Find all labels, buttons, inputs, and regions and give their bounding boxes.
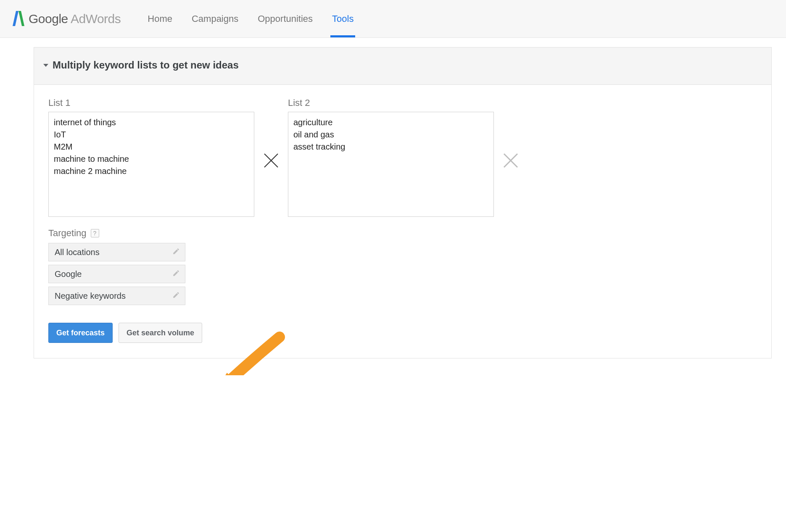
svg-marker-6 [212,373,237,375]
pencil-icon [172,269,180,279]
panel-title: Multiply keyword lists to get new ideas [53,59,239,71]
adwords-logo-icon [13,9,24,29]
brand-text: Google AdWords [29,12,121,26]
help-icon[interactable]: ? [91,229,99,237]
targeting-negative-keywords-label: Negative keywords [55,291,126,301]
multiply-keyword-panel: Multiply keyword lists to get new ideas … [34,47,772,358]
svg-marker-1 [18,11,24,26]
targeting-locations-label: All locations [55,248,100,257]
targeting-locations[interactable]: All locations [48,243,185,261]
multiply-icon [254,97,288,170]
button-row: Get forecasts Get search volume [48,323,757,343]
targeting-section: Targeting ? All locations Google [48,228,185,305]
nav-opportunities[interactable]: Opportunities [256,0,314,37]
targeting-negative-keywords[interactable]: Negative keywords [48,287,185,305]
targeting-title: Targeting [48,228,87,239]
targeting-network[interactable]: Google [48,265,185,283]
brand: Google AdWords [13,9,121,29]
remove-list-icon[interactable] [494,97,528,170]
pencil-icon [172,248,180,257]
brand-name: Google [29,12,68,26]
svg-marker-0 [13,11,18,26]
pencil-icon [172,291,180,301]
list2-label: List 2 [288,97,494,108]
list1-col: List 1 [48,97,254,219]
panel-body: List 1 List 2 [34,85,771,358]
get-search-volume-button[interactable]: Get search volume [119,323,202,343]
list1-label: List 1 [48,97,254,108]
targeting-network-label: Google [55,269,82,279]
top-nav: Google AdWords Home Campaigns Opportunit… [0,0,786,38]
nav-home[interactable]: Home [146,0,174,37]
get-forecasts-button[interactable]: Get forecasts [48,323,113,343]
targeting-title-row: Targeting ? [48,228,185,239]
list2-col: List 2 [288,97,494,219]
list1-input[interactable] [48,112,254,217]
nav-campaigns[interactable]: Campaigns [190,0,240,37]
page-wrap: Multiply keyword lists to get new ideas … [0,38,786,375]
nav-items: Home Campaigns Opportunities Tools [146,0,355,37]
lists-row: List 1 List 2 [48,97,757,219]
brand-product: AdWords [71,12,121,26]
panel-header[interactable]: Multiply keyword lists to get new ideas [34,47,771,85]
nav-tools[interactable]: Tools [330,0,355,37]
caret-down-icon [43,64,48,67]
list2-input[interactable] [288,112,494,217]
